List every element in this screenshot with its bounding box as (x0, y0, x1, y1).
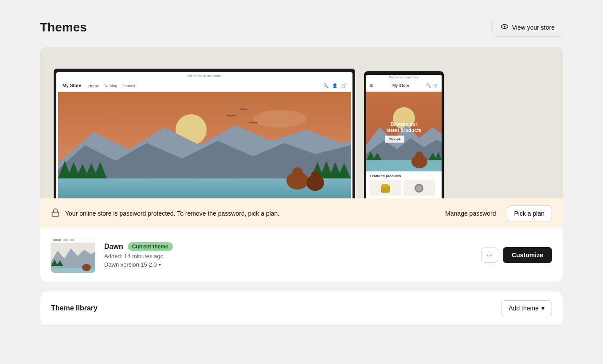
more-options-button[interactable]: ··· (481, 248, 498, 263)
svg-rect-9 (80, 180, 116, 181)
user-icon: 👤 (332, 83, 337, 88)
desktop-nav-catalog: Catalog (103, 84, 117, 88)
svg-rect-44 (63, 239, 68, 241)
cart-icon: 🛒 (341, 83, 346, 88)
svg-point-24 (311, 171, 320, 180)
desktop-hero-image (56, 92, 352, 198)
svg-rect-37 (382, 184, 388, 187)
theme-name-row: Dawn Current theme (104, 242, 472, 251)
chevron-down-icon: ▾ (159, 262, 161, 267)
theme-library-card: Theme library Add theme ▾ (40, 291, 563, 325)
chevron-down-icon: ▾ (541, 305, 544, 312)
add-theme-label: Add theme (509, 305, 539, 312)
theme-added: Added: 14 minutes ago (104, 253, 472, 259)
mobile-search-icon: 🔍 (426, 83, 431, 88)
mobile-shop-all-button[interactable]: Shop all (385, 136, 404, 142)
desktop-nav: My Store Home Catalog Contact 🔍 👤 🛒 (56, 80, 352, 92)
desktop-welcome-text: Welcome to our store (56, 72, 352, 80)
mobile-mockup: Welcome to our store ≡ My Store 🔍 🛒 (364, 71, 444, 198)
mobile-nav: ≡ My Store 🔍 🛒 (366, 80, 442, 92)
customize-button[interactable]: Customize (503, 247, 552, 263)
mobile-products (370, 180, 438, 196)
password-message: Your online store is password protected.… (65, 210, 440, 217)
lock-icon (51, 208, 60, 219)
theme-actions: ··· Customize (481, 247, 552, 263)
theme-info: Dawn Current theme Added: 14 minutes ago… (40, 228, 563, 282)
library-title: Theme library (51, 304, 98, 312)
mobile-product-image-1 (370, 180, 401, 196)
desktop-nav-home: Home (88, 84, 99, 88)
svg-point-4 (227, 106, 262, 118)
mobile-hero-image: Browse our latest products Shop all (366, 92, 442, 171)
eye-icon (501, 23, 509, 32)
password-banner: Your online store is password protected.… (40, 198, 563, 228)
mobile-featured-title: Featured products (370, 174, 438, 178)
view-store-label: View your store (512, 24, 555, 31)
mobile-welcome-text: Welcome to our store (366, 75, 442, 80)
svg-rect-40 (52, 212, 59, 216)
mobile-hero-text: Browse our latest products Shop all (385, 121, 423, 143)
svg-point-22 (292, 167, 303, 178)
search-icon: 🔍 (323, 83, 329, 88)
mobile-product-image-2 (403, 180, 435, 196)
mobile-store-name: My Store (376, 83, 426, 88)
svg-point-1 (504, 26, 506, 28)
desktop-store-name: My Store (63, 83, 81, 88)
ellipsis-icon: ··· (487, 251, 493, 259)
mobile-cart-icon: 🛒 (433, 83, 438, 88)
theme-preview: Welcome to our store My Store Home Catal… (40, 48, 563, 198)
add-theme-button[interactable]: Add theme ▾ (501, 300, 552, 316)
svg-rect-10 (147, 182, 200, 182)
svg-point-35 (415, 151, 423, 159)
main-theme-card: Welcome to our store My Store Home Catal… (40, 47, 563, 282)
theme-version-selector[interactable]: Dawn version 15.2.0 ▾ (104, 261, 472, 268)
mobile-product-1 (370, 180, 401, 196)
page-header: Themes View your store (40, 18, 563, 37)
theme-name: Dawn (104, 243, 123, 251)
current-theme-badge: Current theme (128, 242, 173, 251)
desktop-mockup: Welcome to our store My Store Home Catal… (54, 69, 355, 198)
theme-details: Dawn Current theme Added: 14 minutes ago… (104, 242, 472, 268)
svg-point-50 (82, 264, 91, 271)
svg-rect-43 (53, 239, 61, 241)
svg-rect-45 (70, 239, 74, 241)
hamburger-icon: ≡ (370, 82, 373, 89)
desktop-nav-icons: 🔍 👤 🛒 (323, 83, 346, 88)
theme-thumbnail (51, 237, 95, 273)
page-title: Themes (40, 20, 87, 35)
mobile-product-2 (403, 180, 435, 196)
svg-rect-29 (366, 160, 442, 171)
pick-plan-button[interactable]: Pick a plan (507, 205, 552, 221)
mobile-hero-title: Browse our latest products (387, 121, 422, 133)
view-store-button[interactable]: View your store (492, 18, 563, 37)
manage-password-link[interactable]: Manage password (445, 210, 496, 217)
desktop-nav-contact: Contact (121, 84, 135, 88)
theme-version-text: Dawn version 15.2.0 (104, 261, 157, 268)
svg-point-39 (416, 185, 422, 191)
mobile-featured-section: Featured products (366, 171, 442, 198)
svg-rect-11 (235, 181, 275, 182)
